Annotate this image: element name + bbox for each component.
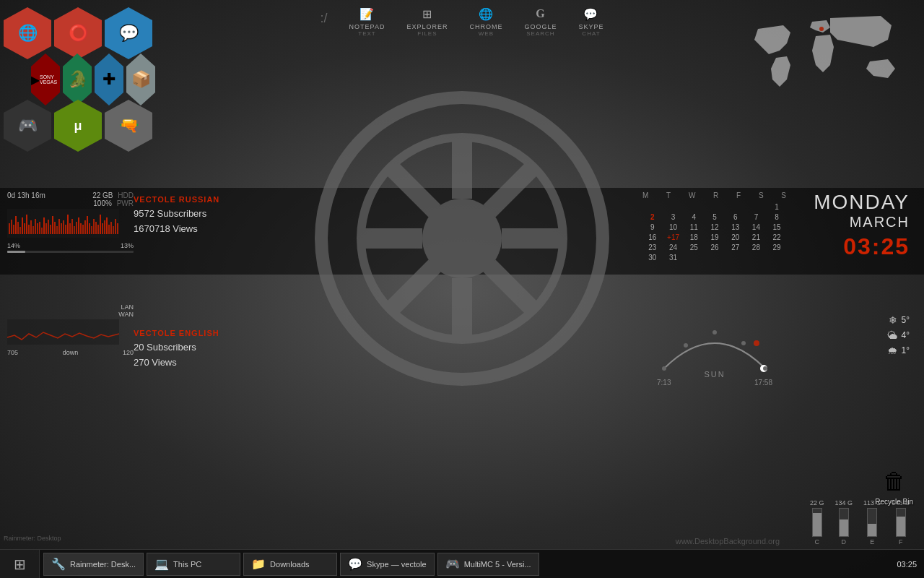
svg-rect-38 (65, 225, 66, 234)
weather-row-2: 🌥 4° (794, 329, 910, 341)
svg-rect-62 (117, 223, 118, 234)
svg-rect-27 (41, 228, 43, 234)
system-widget: 0d 13h 16m 22 GB HDD 100% PWR (7, 191, 134, 253)
svg-rect-35 (58, 219, 60, 234)
hex-box[interactable]: 📦 (126, 53, 155, 105)
network-labels: LAN WAN (7, 303, 134, 318)
hex-utorrent[interactable]: μ (54, 100, 102, 152)
cpu-label: 14% 13% (7, 242, 134, 249)
svg-rect-14 (13, 225, 14, 234)
hex-steam[interactable]: 🎮 (4, 100, 51, 152)
svg-rect-17 (19, 227, 21, 234)
recycle-bin-icon: 🗑 (879, 466, 910, 496)
svg-rect-41 (71, 219, 73, 234)
network-values: 705 down 120 (7, 349, 134, 356)
svg-rect-55 (102, 223, 103, 234)
svg-rect-29 (45, 223, 47, 234)
taskbar-item-thispc[interactable]: 💻 This PC (147, 553, 240, 576)
svg-rect-12 (9, 223, 10, 234)
weather-row-1: ❄ 5° (794, 314, 910, 326)
svg-point-68 (684, 343, 688, 348)
multimc-taskbar-icon: 🎮 (445, 557, 460, 571)
taskbar-item-skype[interactable]: 💬 Skype — vectole (340, 553, 435, 576)
taskbar-item-rainmeter[interactable]: 🔧 Rainmeter: Desk... (43, 553, 144, 576)
svg-rect-58 (108, 225, 110, 234)
network-graph (7, 319, 119, 345)
disk-e-bar (867, 508, 877, 537)
recycle-bin[interactable]: 🗑 Recycle Bin (875, 466, 913, 506)
svg-rect-19 (24, 223, 25, 234)
disk-c-bar (812, 508, 822, 537)
svg-rect-49 (89, 223, 90, 234)
calendar-widget: MTWRFSS 1 2 3 4 5 6 7 8 9 10 11 12 13 14… (642, 191, 787, 262)
google-icon: G (533, 6, 549, 22)
shortcut-chrome[interactable]: 🌐 Chrome WEB (469, 6, 502, 37)
hex-skype[interactable]: 💬 (105, 7, 152, 59)
weather-icon-3: 🌧 (887, 345, 897, 356)
disk-d: 134 G D (834, 499, 853, 545)
svg-rect-23 (32, 226, 34, 234)
svg-rect-37 (63, 220, 64, 234)
calendar-grid: 1 2 3 4 5 6 7 8 9 10 11 12 13 14 15 16 +… (642, 202, 787, 262)
recycle-bin-label: Recycle Bin (875, 498, 913, 506)
sun-widget: SUN 7:13 17:58 (642, 311, 787, 387)
top-shortcuts: :/ 📝 Notepad TEXT ⊞ Explorer FILES 🌐 Chr… (321, 6, 604, 37)
svg-rect-21 (28, 225, 30, 234)
weather-icon-1: ❄ (889, 314, 897, 326)
svg-rect-32 (52, 216, 53, 234)
rainmeter-label: Rainmeter: Desktop (4, 535, 61, 542)
calendar-header: MTWRFSS (642, 191, 787, 199)
svg-rect-51 (93, 219, 95, 234)
weather-widget: ❄ 5° 🌥 4° 🌧 1° (794, 314, 910, 360)
month-name: MARCH (814, 214, 910, 230)
chrome-icon: 🌐 (478, 6, 494, 22)
weather-icon-2: 🌥 (887, 329, 897, 341)
channel-russian-stats: 9572 Subscribers 1670718 Views (134, 207, 278, 237)
taskbar-item-multimc[interactable]: 🎮 MultiMC 5 - Versi... (437, 553, 539, 576)
hex-chrome[interactable]: 🌐 (4, 7, 51, 59)
svg-rect-48 (87, 216, 88, 234)
svg-point-64 (819, 27, 824, 31)
svg-rect-34 (56, 226, 58, 234)
shortcut-google[interactable]: G Google SEARCH (524, 6, 557, 37)
svg-rect-45 (80, 223, 82, 234)
hex-game[interactable]: 🐊 (63, 53, 92, 105)
taskbar-item-downloads[interactable]: 📁 Downloads (243, 553, 337, 576)
hex-plus[interactable]: ✚ (95, 53, 123, 105)
disk-widgets: 22 G C 134 G D 113 G E 145 G F (810, 499, 910, 545)
svg-line-7 (391, 168, 435, 211)
hex-csgo[interactable]: 🔫 (105, 100, 152, 152)
network-widget: LAN WAN 705 down 120 (7, 303, 134, 356)
svg-point-71 (763, 366, 767, 371)
svg-rect-28 (43, 217, 45, 234)
channel-english-title: VECTOLE ENGLISH (134, 329, 278, 337)
svg-rect-33 (54, 222, 56, 234)
watermark: www.DesktopBackground.org (676, 537, 780, 545)
start-button[interactable]: ⊞ (0, 550, 40, 579)
shortcut-skype[interactable]: 💬 Skype CHAT (578, 6, 603, 37)
shortcut-notepad[interactable]: 📝 Notepad TEXT (349, 6, 385, 37)
disk-e: 113 G E (863, 499, 881, 545)
svg-rect-16 (17, 222, 19, 234)
channel-russian-widget: VECTOLE RUSSIAN 9572 Subscribers 1670718… (134, 195, 278, 237)
channel-russian-title: VECTOLE RUSSIAN (134, 195, 278, 204)
disk-f: 145 G F (892, 499, 910, 545)
svg-rect-54 (100, 215, 101, 234)
svg-rect-50 (91, 226, 92, 234)
disk-d-bar (839, 508, 849, 537)
downloads-taskbar-icon: 📁 (251, 557, 266, 571)
svg-rect-44 (78, 217, 79, 234)
thispc-taskbar-icon: 💻 (154, 557, 169, 571)
shortcut-explorer[interactable]: ⊞ Explorer FILES (406, 6, 448, 37)
explorer-icon: ⊞ (419, 6, 435, 22)
svg-rect-22 (30, 220, 32, 234)
hex-sony-vegas[interactable]: ▶SONY VEGAS (31, 53, 60, 105)
start-icon: ⊞ (14, 556, 26, 573)
cpu-progress-fill (7, 251, 25, 253)
svg-rect-52 (95, 222, 97, 234)
svg-rect-61 (115, 219, 116, 234)
hex-app2[interactable]: ⭕ (54, 7, 102, 59)
svg-rect-63 (7, 319, 119, 345)
svg-rect-25 (37, 223, 38, 234)
uptime-display: 0d 13h 16m 22 GB HDD 100% PWR (7, 191, 134, 207)
